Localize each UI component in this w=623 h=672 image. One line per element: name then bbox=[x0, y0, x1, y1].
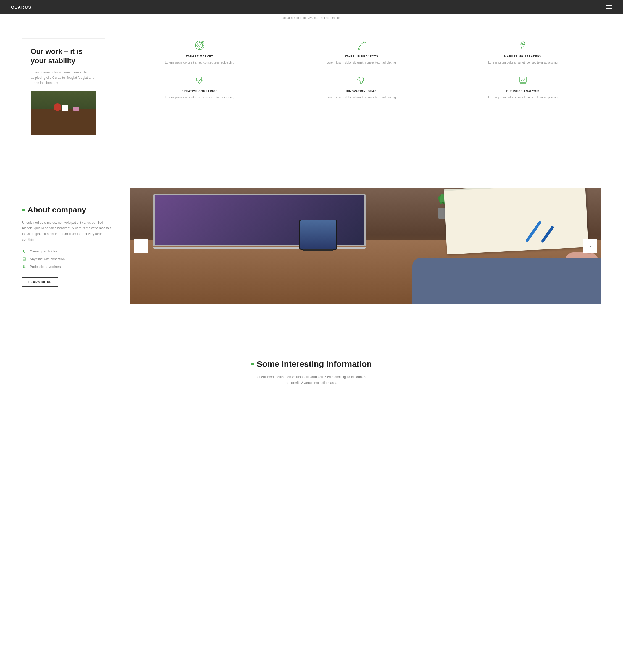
list-item-connection-text: Any time with conection bbox=[30, 257, 65, 261]
our-work-heading: Our work – it is your stability bbox=[31, 47, 96, 66]
list-item-workers: Professional workers bbox=[22, 265, 113, 269]
target-icon bbox=[193, 38, 207, 52]
about-section: About company Ut euismod odio metus, non… bbox=[0, 172, 623, 321]
info-heading: Some interesting information bbox=[22, 359, 601, 369]
coffee-table bbox=[31, 109, 96, 135]
about-description: Ut euismod odio metus, non volutpat elit… bbox=[22, 220, 113, 243]
about-heading: About company bbox=[22, 206, 113, 214]
feature-creative: CREATIVE COMPAINGS Lorem ipsum dolor sit… bbox=[122, 73, 278, 100]
creative-title: CREATIVE COMPAINGS bbox=[122, 90, 278, 93]
svg-rect-37 bbox=[23, 258, 26, 261]
business-title: BUSINESS ANALYSIS bbox=[445, 90, 601, 93]
desk-scene-image bbox=[130, 188, 601, 304]
info-accent-square bbox=[251, 363, 254, 365]
lightbulb-icon bbox=[354, 73, 368, 87]
phone bbox=[299, 220, 337, 250]
feature-innovation: INNOVATION IDEAS Lorem ipsum dolor sit a… bbox=[283, 73, 439, 100]
list-item-idea: Came up with idea bbox=[22, 249, 113, 253]
svg-rect-30 bbox=[520, 77, 526, 82]
target-market-title: TARGET MARKET bbox=[122, 55, 278, 58]
learn-more-button[interactable]: LEARN MORE bbox=[22, 277, 58, 287]
svg-line-27 bbox=[359, 77, 359, 78]
our-work-features-grid: TARGET MARKET Lorem ipsum dolor sit amet… bbox=[122, 38, 601, 99]
carousel-left-arrow[interactable]: ← bbox=[134, 239, 148, 253]
brand-logo: CLARUS bbox=[11, 5, 32, 9]
notebook bbox=[444, 188, 589, 254]
our-work-left-panel: Our work – it is your stability Lorem ip… bbox=[22, 38, 105, 144]
trophy-icon bbox=[193, 73, 207, 87]
svg-point-2 bbox=[199, 44, 201, 47]
feature-business: BUSINESS ANALYSIS Lorem ipsum dolor sit … bbox=[445, 73, 601, 100]
business-desc: Lorem ipsum dolor sit amet, consec tetur… bbox=[445, 95, 601, 100]
startup-title: START UP PROJECTS bbox=[283, 55, 439, 58]
hamburger-menu-icon[interactable] bbox=[606, 5, 612, 9]
svg-point-38 bbox=[24, 266, 25, 267]
marketing-title: MARKETING STRATEGY bbox=[445, 55, 601, 58]
innovation-title: INNOVATION IDEAS bbox=[283, 90, 439, 93]
target-market-desc: Lorem ipsum dolor sit amet, consec tetur… bbox=[122, 60, 278, 65]
chart-icon bbox=[516, 73, 530, 87]
svg-line-26 bbox=[363, 77, 364, 78]
telescope-icon bbox=[354, 38, 368, 52]
creative-desc: Lorem ipsum dolor sit amet, consec tetur… bbox=[122, 95, 278, 100]
marquee-text: sodales hendrerit. Vivamus molestie metu… bbox=[283, 16, 340, 19]
feature-target-market: TARGET MARKET Lorem ipsum dolor sit amet… bbox=[122, 38, 278, 65]
info-description: Ut euismod metus, non volutpat elit vari… bbox=[257, 374, 367, 386]
list-item-workers-text: Professional workers bbox=[30, 265, 60, 269]
about-left-panel: About company Ut euismod odio metus, non… bbox=[22, 206, 113, 287]
about-carousel: ← → bbox=[130, 188, 601, 304]
list-item-connection: Any time with conection bbox=[22, 257, 113, 261]
lightbulb-list-icon bbox=[22, 249, 27, 253]
svg-point-1 bbox=[197, 42, 203, 48]
startup-desc: Lorem ipsum dolor sit amet, consec tetur… bbox=[283, 60, 439, 65]
our-work-description: Lorem ipsum dolor sit amet, consec tetur… bbox=[31, 70, 96, 86]
accent-square bbox=[22, 209, 25, 211]
arm-sleeve bbox=[413, 258, 601, 304]
list-item-idea-text: Came up with idea bbox=[30, 249, 57, 253]
interesting-info-section: Some interesting information Ut euismod … bbox=[0, 343, 623, 408]
coffee-scene bbox=[31, 91, 96, 135]
carousel-right-arrow[interactable]: → bbox=[583, 239, 597, 253]
marketing-desc: Lorem ipsum dolor sit amet, consec tetur… bbox=[445, 60, 601, 65]
feature-startup: START UP PROJECTS Lorem ipsum dolor sit … bbox=[283, 38, 439, 65]
chess-knight-icon bbox=[516, 38, 530, 52]
person-list-icon bbox=[22, 265, 27, 269]
our-work-image bbox=[31, 91, 96, 135]
feature-marketing: MARKETING STRATEGY Lorem ipsum dolor sit… bbox=[445, 38, 601, 65]
our-work-section: Our work – it is your stability Lorem ip… bbox=[0, 22, 623, 160]
svg-point-20 bbox=[522, 43, 523, 44]
about-feature-list: Came up with idea Any time with conectio… bbox=[22, 249, 113, 269]
innovation-desc: Lorem ipsum dolor sit amet, consec tetur… bbox=[283, 95, 439, 100]
marquee-bar: sodales hendrerit. Vivamus molestie metu… bbox=[0, 14, 623, 22]
checkbox-list-icon bbox=[22, 257, 27, 261]
navbar: CLARUS bbox=[0, 0, 623, 14]
